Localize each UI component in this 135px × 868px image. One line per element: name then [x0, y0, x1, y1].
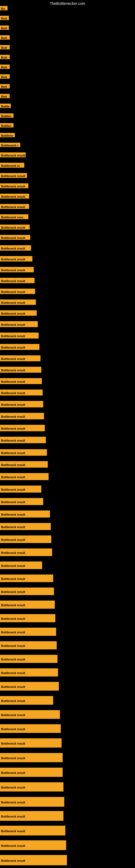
bottleneck-item: Bottleneck result: [0, 401, 43, 407]
bottleneck-item: Bottleneck result: [0, 300, 36, 305]
bottleneck-item: Bottleneck re: [0, 163, 24, 167]
bottleneck-item: Bottleneck result: [0, 710, 60, 719]
bottleneck-item: Bott: [0, 94, 10, 98]
bottleneck-item: Bottleneck result: [0, 575, 53, 582]
bottleneck-item: Bo: [0, 6, 8, 10]
bottleneck-item: Bottleneck result: [0, 425, 45, 431]
bottleneck-item: Bottleneck result: [0, 321, 38, 327]
bottleneck-item: Bottleneck resu: [0, 214, 28, 219]
bottleneck-item: Bottleneck result: [0, 278, 35, 283]
bottleneck-item: Bottleneck result: [0, 225, 30, 229]
bottleneck-item: Bottlen: [0, 113, 13, 118]
bottleneck-item: Bottleneck result: [0, 826, 65, 835]
bottleneck-item: Bottleneck result: [0, 753, 63, 762]
bottleneck-item: Bottleneck result: [0, 437, 46, 443]
bottleneck-item: Bottleneck result: [0, 194, 29, 198]
bottleneck-item: Bott: [0, 35, 10, 40]
bottleneck-item: Bottleneck result: [0, 523, 51, 530]
bottleneck-item: Bottlen: [0, 123, 13, 127]
bottleneck-item: Bottleneck result: [0, 310, 37, 316]
bottleneck-item: Bottleneck result: [0, 641, 57, 649]
bottleneck-item: Bottleneck result: [0, 628, 56, 636]
bottleneck-item: Bottleneck result: [0, 367, 41, 373]
bottleneck-item: Bott: [0, 16, 9, 20]
bottleneck-item: Bottleneck result: [0, 498, 43, 505]
bottleneck-item: Bottleneck result: [0, 614, 55, 622]
bottleneck-item: Bottleneck result: [0, 267, 34, 272]
bottleneck-item: Bott: [0, 26, 9, 30]
bottleneck-item: Bottleneck result: [0, 840, 66, 850]
bottleneck-item: Bottleneck result: [0, 355, 41, 361]
bottleneck-item: Bottleneck result: [0, 600, 55, 609]
bottleneck-item: Bottleneck result: [0, 245, 31, 251]
bottleneck-item: Bottleneck result: [0, 549, 52, 556]
bottleneck-item: Bottleneck result: [0, 173, 27, 178]
bottleneck-item: Bottleneck result: [0, 588, 54, 595]
bottleneck-item: Bottleneck result: [0, 473, 49, 480]
bottleneck-item: Bottleneck result: [0, 655, 57, 663]
bottleneck-item: Bottleneck result: [0, 413, 44, 420]
bottleneck-item: Bott: [0, 84, 10, 88]
bottleneck-item: Bott: [0, 65, 10, 69]
bottleneck-item: Bottleneck result: [0, 797, 64, 807]
bottleneck-item: Bottleneck result: [0, 782, 63, 792]
bottleneck-item: Bottleneck result: [0, 235, 30, 240]
bottleneck-item: Bottleneck result: [0, 696, 53, 705]
bottleneck-item: Bottleneck result: [0, 289, 35, 294]
bottleneck-item: Bottleneck result: [0, 344, 39, 350]
bottleneck-item: Bottleneck result: [0, 535, 51, 543]
bottleneck-item: Bottleneck result: [0, 561, 42, 569]
bottleneck-item: Bottleneck result: [0, 738, 61, 748]
bottleneck-item: Bottleneck result: [0, 183, 28, 188]
bottleneck-item: Bottleneck result: [0, 669, 58, 677]
bottleneck-item: Bottleneck result: [0, 855, 67, 865]
bottleneck-item: Bottleneck result: [0, 333, 39, 339]
bottleneck-item: Bottleneck result: [0, 378, 42, 384]
bottleneck-item: Bottleneck result: [0, 682, 59, 691]
bottleneck-item: Bottlene: [0, 133, 15, 137]
bottleneck-item: Bottleneck result: [0, 811, 63, 821]
bottleneck-item: Bottleneck result: [0, 256, 32, 261]
bottleneck-item: Bott: [0, 55, 10, 59]
bottleneck-item: Bottleneck result: [0, 510, 50, 518]
bottleneck-item: Bottleneck result: [0, 724, 61, 733]
bottleneck-item: Bott: [0, 74, 10, 79]
bottleneck-item: Bottleneck result: [0, 204, 29, 209]
bottleneck-item: Bottleneck result: [0, 768, 63, 777]
bottleneck-item: Bottle: [0, 104, 11, 108]
site-title: TheBottlenecker.com: [50, 1, 85, 6]
bottleneck-item: Bottleneck result: [0, 390, 43, 396]
bottleneck-item: Bottleneck r: [0, 143, 20, 147]
bottleneck-item: Bottleneck result: [0, 152, 26, 157]
bottleneck-item: Bottleneck result: [0, 461, 48, 468]
bottleneck-item: Bottleneck result: [0, 486, 41, 493]
bottleneck-item: Bottleneck result: [0, 449, 47, 456]
bottleneck-item: Bott: [0, 45, 10, 50]
